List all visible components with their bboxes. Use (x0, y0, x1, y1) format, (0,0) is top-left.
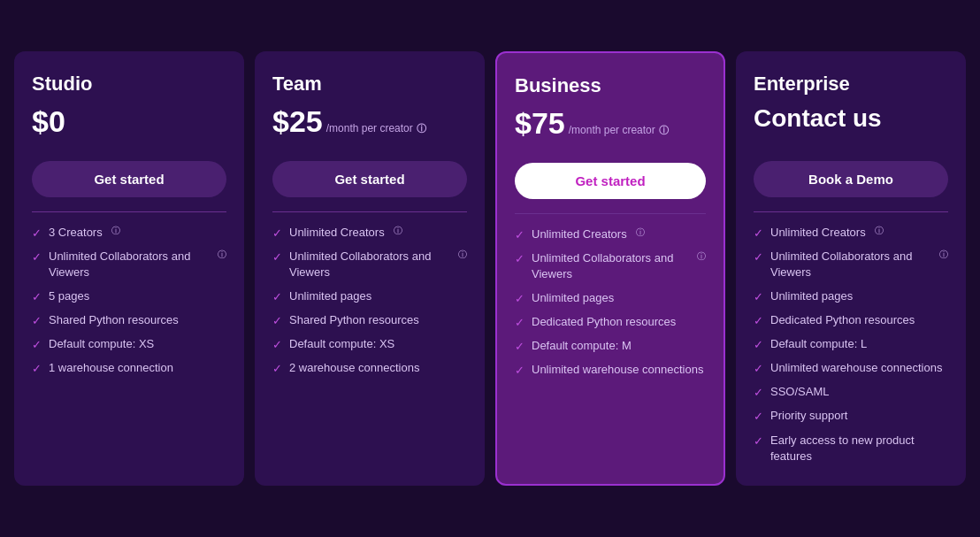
check-icon: ✓ (754, 409, 763, 425)
plan-card-enterprise: EnterpriseContact usBook a Demo✓Unlimite… (736, 51, 966, 486)
plan-name-enterprise: Enterprise (754, 73, 948, 96)
check-icon: ✓ (754, 433, 763, 449)
list-item: ✓2 warehouse connections (272, 360, 467, 377)
check-icon: ✓ (32, 249, 42, 265)
list-item: ✓Dedicated Python resources (515, 314, 706, 331)
check-icon: ✓ (32, 361, 42, 377)
feature-list-business: ✓Unlimited Creatorsⓘ✓Unlimited Collabora… (515, 226, 706, 379)
feature-info-icon-business-0[interactable]: ⓘ (636, 226, 645, 239)
check-icon: ✓ (515, 227, 524, 243)
list-item: ✓Unlimited Creatorsⓘ (754, 225, 948, 242)
plan-price-enterprise: Contact us (754, 104, 948, 147)
check-icon: ✓ (754, 361, 763, 377)
list-item: ✓Default compute: XS (32, 336, 226, 353)
list-item: ✓Unlimited Collaborators and Viewersⓘ (515, 250, 706, 282)
check-icon: ✓ (515, 339, 524, 355)
list-item: ✓Unlimited pages (754, 288, 948, 305)
plan-card-business: Business$75/month per creatorⓘGet starte… (495, 51, 725, 486)
feature-text-team-0: Unlimited Creators (289, 225, 385, 241)
check-icon: ✓ (272, 337, 282, 353)
feature-info-icon-enterprise-0[interactable]: ⓘ (875, 225, 884, 237)
feature-text-enterprise-3: Dedicated Python resources (770, 312, 915, 328)
feature-info-icon-enterprise-1[interactable]: ⓘ (939, 249, 948, 261)
plan-name-studio: Studio (32, 73, 226, 96)
plan-price-business: $75/month per creatorⓘ (515, 106, 706, 149)
feature-info-icon-studio-1[interactable]: ⓘ (218, 249, 226, 261)
contact-us-label: Contact us (754, 104, 882, 133)
feature-text-team-5: 2 warehouse connections (289, 360, 419, 376)
feature-text-team-1: Unlimited Collaborators and Viewers (289, 249, 449, 280)
divider-business (515, 213, 706, 214)
price-suffix-business: /month per creator (569, 124, 655, 136)
list-item: ✓Dedicated Python resources (754, 312, 948, 329)
check-icon: ✓ (754, 385, 763, 401)
check-icon: ✓ (754, 226, 763, 242)
cta-button-studio[interactable]: Get started (32, 161, 226, 197)
plan-card-studio: Studio$0Get started✓3 Creatorsⓘ✓Unlimite… (14, 51, 244, 486)
list-item: ✓Early access to new product features (754, 433, 948, 464)
divider-studio (32, 211, 226, 212)
feature-text-studio-0: 3 Creators (49, 225, 103, 241)
list-item: ✓Unlimited Creatorsⓘ (272, 225, 467, 242)
feature-text-enterprise-7: Priority support (770, 408, 847, 424)
check-icon: ✓ (272, 226, 282, 242)
check-icon: ✓ (32, 337, 42, 353)
feature-info-icon-studio-0[interactable]: ⓘ (111, 225, 120, 237)
list-item: ✓Unlimited Collaborators and Viewersⓘ (272, 249, 467, 280)
feature-text-enterprise-4: Default compute: L (770, 336, 867, 352)
feature-list-studio: ✓3 Creatorsⓘ✓Unlimited Collaborators and… (32, 225, 226, 377)
feature-info-icon-team-1[interactable]: ⓘ (458, 249, 467, 261)
plan-price-studio: $0 (32, 104, 226, 147)
price-info-icon-team[interactable]: ⓘ (417, 122, 426, 135)
list-item: ✓Unlimited warehouse connections (754, 360, 948, 377)
check-icon: ✓ (754, 337, 763, 353)
check-icon: ✓ (515, 251, 524, 267)
check-icon: ✓ (515, 315, 524, 331)
check-icon: ✓ (754, 249, 763, 265)
pricing-grid: Studio$0Get started✓3 Creatorsⓘ✓Unlimite… (14, 51, 966, 486)
check-icon: ✓ (515, 291, 524, 307)
check-icon: ✓ (272, 361, 282, 377)
check-icon: ✓ (272, 249, 282, 265)
list-item: ✓Shared Python resources (272, 312, 467, 329)
list-item: ✓Unlimited pages (515, 290, 706, 307)
feature-info-icon-business-1[interactable]: ⓘ (697, 250, 706, 263)
cta-button-team[interactable]: Get started (272, 161, 467, 197)
feature-text-studio-1: Unlimited Collaborators and Viewers (49, 249, 209, 280)
cta-button-business[interactable]: Get started (515, 163, 706, 199)
list-item: ✓Default compute: M (515, 338, 706, 355)
list-item: ✓Unlimited Collaborators and Viewersⓘ (754, 249, 948, 280)
check-icon: ✓ (32, 226, 42, 242)
feature-info-icon-team-0[interactable]: ⓘ (394, 225, 402, 237)
list-item: ✓1 warehouse connection (32, 360, 226, 377)
list-item: ✓SSO/SAML (754, 384, 948, 401)
divider-team (272, 211, 467, 212)
list-item: ✓5 pages (32, 288, 226, 305)
list-item: ✓Shared Python resources (32, 312, 226, 329)
check-icon: ✓ (272, 289, 282, 305)
check-icon: ✓ (272, 313, 282, 329)
check-icon: ✓ (32, 289, 42, 305)
feature-text-business-1: Unlimited Collaborators and Viewers (532, 250, 688, 282)
feature-text-studio-2: 5 pages (49, 288, 89, 304)
price-info-icon-business[interactable]: ⓘ (659, 124, 669, 137)
list-item: ✓Unlimited pages (272, 288, 467, 305)
price-amount-team: $25 (272, 104, 323, 139)
plan-name-business: Business (515, 74, 706, 97)
list-item: ✓Unlimited warehouse connections (515, 362, 706, 379)
feature-text-studio-4: Default compute: XS (49, 336, 154, 352)
plan-card-team: Team$25/month per creatorⓘGet started✓Un… (255, 51, 485, 486)
list-item: ✓Default compute: XS (272, 336, 467, 353)
feature-text-business-4: Default compute: M (532, 338, 632, 354)
feature-text-enterprise-0: Unlimited Creators (770, 225, 866, 241)
feature-text-team-3: Shared Python resources (289, 312, 419, 328)
price-amount-business: $75 (515, 106, 565, 141)
feature-text-enterprise-6: SSO/SAML (770, 384, 829, 400)
price-suffix-team: /month per creator (326, 122, 413, 134)
list-item: ✓Default compute: L (754, 336, 948, 353)
cta-button-enterprise[interactable]: Book a Demo (754, 161, 948, 197)
price-amount-studio: $0 (32, 104, 65, 139)
feature-text-studio-3: Shared Python resources (49, 312, 179, 328)
check-icon: ✓ (754, 289, 763, 305)
feature-text-team-2: Unlimited pages (289, 288, 371, 304)
